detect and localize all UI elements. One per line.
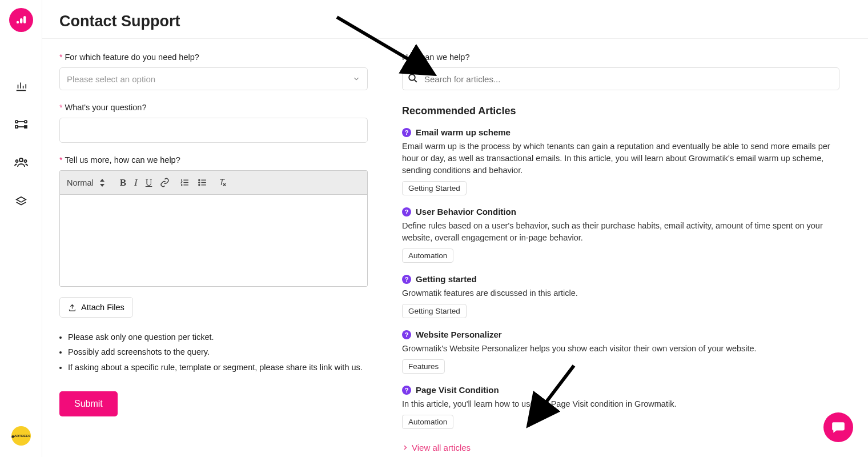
question-mark-icon: ? [402,207,411,217]
svg-rect-2 [23,16,26,23]
page-title: Contact Support [59,13,851,30]
svg-point-10 [199,179,200,181]
chevron-right-icon [402,444,408,451]
article-item[interactable]: ? Page Visit Condition In this article, … [402,385,839,429]
unordered-list-icon [198,178,207,187]
svg-rect-5 [15,126,18,128]
required-marker: * [59,53,62,62]
hint-item: If asking about a specific rule, templat… [68,362,368,373]
svg-rect-1 [20,18,22,23]
editor-toolbar: Normal B I U [60,171,367,195]
hints-list: Please ask only one question per ticket.… [59,331,368,373]
ordered-list-icon [180,178,190,187]
recommended-title: Recommended Articles [402,105,839,117]
feature-select-placeholder: Please select an option [67,74,155,84]
question-mark-icon: ? [402,386,411,395]
chevron-down-icon [352,75,360,83]
link-icon [160,178,170,187]
article-title-text: Page Visit Condition [416,385,499,395]
nav-automation[interactable] [14,119,28,133]
article-title-text: Getting started [416,274,477,284]
svg-point-7 [19,158,23,162]
chat-launcher[interactable] [823,412,853,442]
clear-format-button[interactable] [218,178,227,187]
brand-logo[interactable] [9,8,33,32]
question-label: What's your question? [65,103,146,112]
question-mark-icon: ? [402,128,411,137]
article-tag[interactable]: Features [402,359,445,374]
layers-icon [15,195,27,208]
ordered-list-button[interactable] [180,178,190,187]
logo-bars-icon [15,14,27,26]
nav-layers[interactable] [15,195,27,210]
article-desc: Growmatik features are discussed in this… [402,287,839,299]
feature-select[interactable]: Please select an option [59,67,368,90]
article-item[interactable]: ? User Behavior Condition Define rules b… [402,207,839,263]
article-item[interactable]: ? Getting started Growmatik features are… [402,274,839,318]
article-title-text: Website Personalizer [416,330,502,339]
sidebar: ◉ARTBEES [0,0,42,457]
underline-button[interactable]: U [146,178,152,188]
clear-format-icon [218,178,227,187]
people-icon [14,157,28,169]
question-input[interactable] [59,118,368,143]
article-item[interactable]: ? Website Personalizer Growmatik's Websi… [402,330,839,374]
article-desc: Email warm up is the process by which te… [402,141,839,177]
svg-point-9 [24,160,26,162]
required-marker: * [59,155,62,165]
unordered-list-button[interactable] [198,178,207,187]
article-desc: Define rules based on a user's behavior,… [402,220,839,244]
bold-button[interactable]: B [120,177,126,189]
article-tag[interactable]: Automation [402,248,453,263]
article-desc: In this article, you'll learn how to use… [402,398,839,410]
svg-point-12 [199,185,200,186]
support-form: *For which feature do you need help? Ple… [59,53,368,443]
main: Contact Support *For which feature do yo… [42,0,868,457]
question-mark-icon: ? [402,330,411,339]
flow-icon [14,119,28,130]
required-marker: * [59,103,62,112]
nav-people[interactable] [14,157,28,171]
search-icon [408,73,418,86]
article-desc: Growmatik's Website Personalizer helps y… [402,343,839,355]
svg-rect-6 [25,126,27,128]
hint-item: Possibly add screenshots to the query. [68,346,368,358]
svg-point-11 [199,182,200,183]
svg-point-3 [15,121,17,123]
help-heading: How can we help? [402,53,470,62]
svg-point-13 [409,74,415,81]
link-button[interactable] [160,178,170,187]
article-item[interactable]: ? Email warm up scheme Email warm up is … [402,127,839,195]
italic-button[interactable]: I [134,177,138,189]
format-select[interactable]: Normal [67,178,110,187]
details-label: Tell us more, how can we help? [65,155,180,165]
hint-item: Please ask only one question per ticket. [68,331,368,343]
svg-point-8 [15,160,18,162]
article-tag[interactable]: Getting Started [402,181,467,195]
chat-icon [831,420,846,435]
svg-point-4 [24,121,26,123]
svg-point-0 [16,21,18,23]
submit-button[interactable]: Submit [59,391,118,416]
feature-label: For which feature do you need help? [65,53,199,62]
page-header: Contact Support [42,0,868,39]
help-panel: How can we help? Recommended Articles ? … [402,53,851,443]
rich-text-editor: Normal B I U [59,170,368,287]
article-tag[interactable]: Automation [402,415,453,429]
view-all-articles-link[interactable]: View all articles [402,443,471,452]
artbees-badge[interactable]: ◉ARTBEES [11,426,31,446]
article-tag[interactable]: Getting Started [402,304,467,318]
nav-analytics[interactable] [15,80,27,95]
article-title-text: Email warm up scheme [416,127,511,137]
editor-body[interactable] [60,195,367,286]
question-mark-icon: ? [402,275,411,284]
attach-files-button[interactable]: Attach Files [59,297,133,318]
search-input[interactable] [402,67,839,90]
upload-icon [68,303,77,312]
article-title-text: User Behavior Condition [416,207,516,217]
analytics-icon [15,80,27,93]
sort-icon [99,179,105,187]
